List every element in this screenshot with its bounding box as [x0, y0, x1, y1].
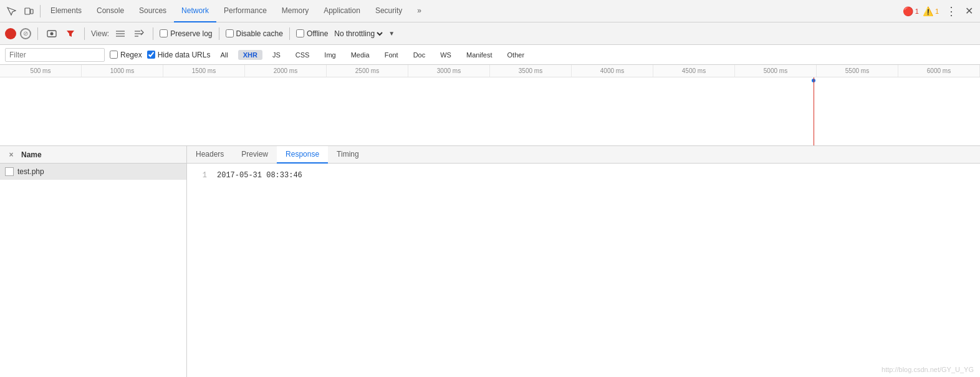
error-icon: 🔴: [903, 6, 913, 16]
regex-label: Regex: [120, 51, 142, 59]
svg-point-3: [50, 32, 54, 35]
type-all-button[interactable]: All: [215, 50, 233, 60]
type-font-button[interactable]: Font: [380, 50, 403, 60]
preserve-log-input[interactable]: [160, 29, 168, 37]
tab-preview[interactable]: Preview: [233, 146, 277, 164]
tick-1000: 1000 ms: [82, 65, 163, 77]
tick-2000: 2000 ms: [245, 65, 327, 77]
view-waterfall-icon[interactable]: [132, 26, 147, 41]
response-panel: Headers Preview Response Timing 1 2017-0…: [187, 146, 980, 377]
offline-input[interactable]: [296, 29, 304, 37]
device-toolbar-icon[interactable]: [20, 2, 37, 20]
tick-500: 500 ms: [0, 65, 82, 77]
preserve-log-label: Preserve log: [170, 29, 212, 38]
tick-3500: 3500 ms: [490, 65, 572, 77]
tab-elements[interactable]: Elements: [43, 0, 89, 22]
toolbar-sep-4: [219, 27, 219, 40]
tab-more[interactable]: »: [410, 0, 429, 22]
main-area: × Name test.php Headers Preview Response…: [0, 146, 980, 377]
error-count: 1: [915, 7, 919, 15]
tab-console[interactable]: Console: [89, 0, 132, 22]
type-js-button[interactable]: JS: [267, 50, 286, 60]
view-list-icon[interactable]: [113, 26, 128, 41]
type-manifest-button[interactable]: Manifest: [461, 50, 497, 60]
devtools-tab-bar: Elements Console Sources Network Perform…: [0, 0, 980, 22]
capture-screenshots-button[interactable]: [44, 26, 59, 41]
tick-1500: 1500 ms: [163, 65, 245, 77]
toolbar-sep-3: [153, 27, 153, 40]
tab-network[interactable]: Network: [174, 0, 216, 22]
tab-sources[interactable]: Sources: [132, 0, 174, 22]
close-devtools-button[interactable]: ✕: [960, 2, 978, 20]
filter-icon-button[interactable]: [63, 26, 78, 41]
timeline-body: [0, 77, 980, 146]
filter-bar: Regex Hide data URLs All XHR JS CSS Img …: [0, 45, 980, 65]
hide-data-urls-label: Hide data URLs: [158, 51, 211, 59]
warn-icon: ⚠️: [923, 6, 933, 16]
regex-input[interactable]: [110, 51, 118, 59]
tick-6000: 6000 ms: [898, 65, 980, 77]
tick-2500: 2500 ms: [327, 65, 408, 77]
throttle-arrow-icon: ▼: [388, 30, 395, 37]
toolbar-sep-1: [37, 27, 38, 40]
disable-cache-input[interactable]: [226, 29, 234, 37]
network-toolbar: ⊘ View: Preserve log D: [0, 22, 980, 45]
type-img-button[interactable]: Img: [319, 50, 340, 60]
timeline-red-line: [814, 77, 814, 146]
type-other-button[interactable]: Other: [502, 50, 530, 60]
tab-headers[interactable]: Headers: [187, 146, 233, 164]
file-panel-header: × Name: [0, 146, 186, 164]
disable-cache-checkbox[interactable]: Disable cache: [226, 29, 283, 38]
code-line-1: 1 2017-05-31 08:33:46: [195, 169, 973, 182]
view-label: View:: [91, 29, 109, 38]
tick-4500: 4500 ms: [653, 65, 735, 77]
close-x-icon[interactable]: ×: [5, 149, 17, 161]
error-badge: 🔴 1: [903, 6, 919, 16]
svg-rect-0: [25, 8, 30, 14]
tab-application[interactable]: Application: [316, 0, 368, 22]
tab-performance[interactable]: Performance: [216, 0, 274, 22]
tab-security[interactable]: Security: [368, 0, 410, 22]
hide-data-urls-checkbox[interactable]: Hide data URLs: [147, 51, 211, 59]
clear-icon: ⊘: [23, 30, 28, 37]
file-row-testphp[interactable]: test.php: [0, 164, 186, 180]
warn-count: 1: [935, 7, 939, 15]
warn-badge: ⚠️ 1: [923, 6, 939, 16]
offline-label: Offline: [307, 29, 328, 38]
file-name-testphp: test.php: [17, 167, 44, 176]
toolbar-sep-2: [84, 27, 85, 40]
response-body: 1 2017-05-31 08:33:46: [187, 164, 980, 187]
response-tabs: Headers Preview Response Timing: [187, 146, 980, 164]
line-number-1: 1: [195, 171, 207, 180]
tick-3000: 3000 ms: [408, 65, 490, 77]
svg-rect-1: [31, 9, 33, 14]
file-panel: × Name test.php: [0, 146, 187, 377]
record-button[interactable]: [5, 28, 16, 39]
line-content-1: 2017-05-31 08:33:46: [217, 171, 302, 180]
tick-5000: 5000 ms: [735, 65, 817, 77]
tab-response[interactable]: Response: [277, 146, 328, 164]
toolbar-sep-5: [289, 27, 290, 40]
type-media-button[interactable]: Media: [346, 50, 375, 60]
tab-timing[interactable]: Timing: [328, 146, 368, 164]
tab-memory[interactable]: Memory: [274, 0, 316, 22]
inspect-icon[interactable]: [2, 2, 20, 20]
type-doc-button[interactable]: Doc: [408, 50, 431, 60]
throttling-select[interactable]: No throttling: [332, 29, 385, 39]
clear-button[interactable]: ⊘: [20, 28, 31, 39]
disable-cache-label: Disable cache: [236, 29, 283, 38]
type-css-button[interactable]: CSS: [291, 50, 315, 60]
file-checkbox: [5, 167, 14, 176]
timeline-area: 500 ms 1000 ms 1500 ms 2000 ms 2500 ms 3…: [0, 65, 980, 146]
offline-checkbox[interactable]: Offline: [296, 29, 328, 38]
tab-separator-1: [40, 5, 41, 17]
type-xhr-button[interactable]: XHR: [238, 50, 262, 60]
watermark: http://blog.csdn.net/GY_U_YG: [882, 366, 974, 373]
kebab-menu-icon[interactable]: ⋮: [943, 2, 960, 20]
preserve-log-checkbox[interactable]: Preserve log: [160, 29, 212, 38]
timeline-ruler: 500 ms 1000 ms 1500 ms 2000 ms 2500 ms 3…: [0, 65, 980, 77]
regex-checkbox[interactable]: Regex: [110, 51, 142, 59]
filter-input[interactable]: [5, 48, 105, 62]
type-ws-button[interactable]: WS: [435, 50, 456, 60]
hide-data-urls-input[interactable]: [147, 51, 155, 59]
